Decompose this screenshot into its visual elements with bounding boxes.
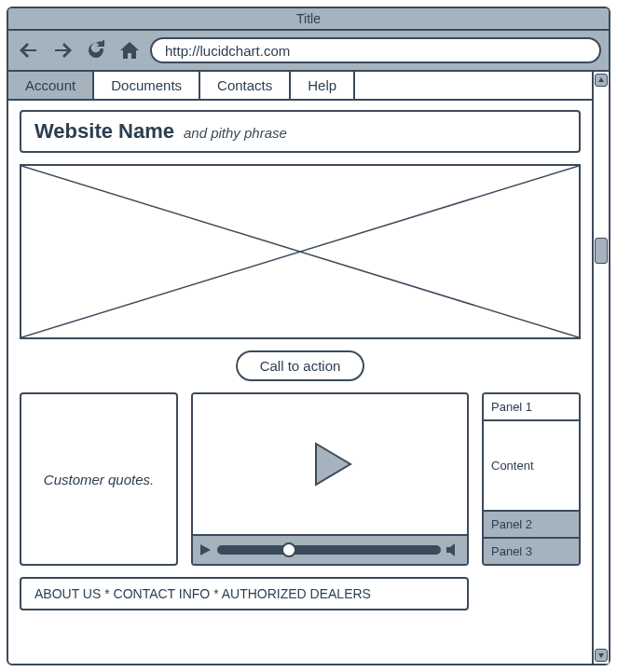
svg-marker-3	[200, 544, 211, 555]
scroll-track[interactable]	[595, 89, 608, 647]
panel-label: Panel 2	[491, 517, 532, 531]
footer-links[interactable]: ABOUT US * CONTACT INFO * AUTHORIZED DEA…	[20, 577, 469, 610]
placeholder-x-icon	[21, 166, 579, 337]
nav-tabs: Account Documents Contacts Help	[8, 72, 592, 101]
progress-bar[interactable]	[217, 545, 441, 555]
scroll-thumb[interactable]	[595, 238, 608, 264]
forward-button[interactable]	[49, 37, 75, 63]
side-accordion: Panel 1 Content Panel 2 Panel 3	[482, 392, 581, 566]
home-button[interactable]	[117, 37, 143, 63]
tab-account[interactable]: Account	[8, 72, 94, 99]
content-columns: Customer quotes.	[20, 392, 581, 566]
site-name: Website Name	[34, 119, 174, 144]
content-text: Content	[491, 459, 534, 473]
progress-thumb[interactable]	[281, 542, 296, 557]
reload-icon	[85, 39, 107, 62]
tab-label: Contacts	[217, 77, 272, 93]
accordion-panel-3[interactable]: Panel 3	[484, 539, 579, 564]
page-body: Website Name and pithy phrase Call to ac…	[8, 101, 592, 664]
vertical-scrollbar[interactable]	[592, 72, 609, 664]
tab-label: Account	[25, 77, 75, 93]
chevron-up-icon	[597, 76, 605, 84]
volume-icon[interactable]	[446, 543, 461, 556]
arrow-right-icon	[51, 39, 74, 62]
tabs-spacer	[355, 72, 592, 99]
window-titlebar: Title	[8, 8, 609, 31]
body-container: Account Documents Contacts Help Website …	[8, 72, 609, 664]
accordion-content: Content	[484, 421, 579, 512]
play-small-icon[interactable]	[199, 543, 212, 556]
browser-window: Title http://lucidchart.com Account Docu…	[7, 7, 610, 665]
scroll-down-button[interactable]	[595, 649, 608, 662]
svg-marker-6	[598, 653, 604, 658]
cta-label: Call to action	[260, 358, 341, 374]
play-icon	[302, 436, 358, 492]
panel-label: Panel 3	[491, 544, 532, 558]
window-title: Title	[296, 11, 321, 26]
arrow-left-icon	[18, 39, 40, 62]
scroll-up-button[interactable]	[595, 74, 608, 87]
panel-label: Panel 1	[491, 400, 532, 414]
tab-label: Documents	[111, 77, 182, 93]
accordion-panel-1[interactable]: Panel 1	[484, 394, 579, 421]
chevron-down-icon	[597, 651, 605, 659]
quotes-text: Customer quotes.	[44, 472, 154, 487]
site-tagline: and pithy phrase	[184, 125, 287, 141]
tab-label: Help	[308, 77, 336, 93]
accordion-panel-2[interactable]: Panel 2	[484, 512, 579, 539]
footer-text: ABOUT US * CONTACT INFO * AUTHORIZED DEA…	[34, 586, 371, 601]
content-area: Account Documents Contacts Help Website …	[8, 72, 592, 664]
site-title-region: Website Name and pithy phrase	[20, 110, 581, 153]
svg-marker-5	[598, 77, 604, 82]
hero-image-placeholder	[20, 164, 581, 339]
tab-contacts[interactable]: Contacts	[200, 72, 291, 99]
home-icon	[118, 39, 141, 62]
video-controls	[193, 534, 467, 564]
cta-row: Call to action	[20, 350, 581, 381]
tab-documents[interactable]: Documents	[94, 72, 200, 99]
url-text: http://lucidchart.com	[165, 43, 290, 59]
back-button[interactable]	[16, 37, 42, 63]
browser-toolbar: http://lucidchart.com	[8, 31, 609, 72]
svg-marker-2	[316, 444, 350, 485]
tab-help[interactable]: Help	[291, 72, 355, 99]
cta-button[interactable]: Call to action	[236, 350, 365, 381]
customer-quotes-box: Customer quotes.	[20, 392, 178, 566]
reload-button[interactable]	[83, 37, 109, 63]
video-player[interactable]	[191, 392, 469, 566]
url-input[interactable]: http://lucidchart.com	[150, 37, 601, 63]
svg-marker-4	[446, 543, 455, 556]
video-canvas[interactable]	[193, 394, 467, 534]
